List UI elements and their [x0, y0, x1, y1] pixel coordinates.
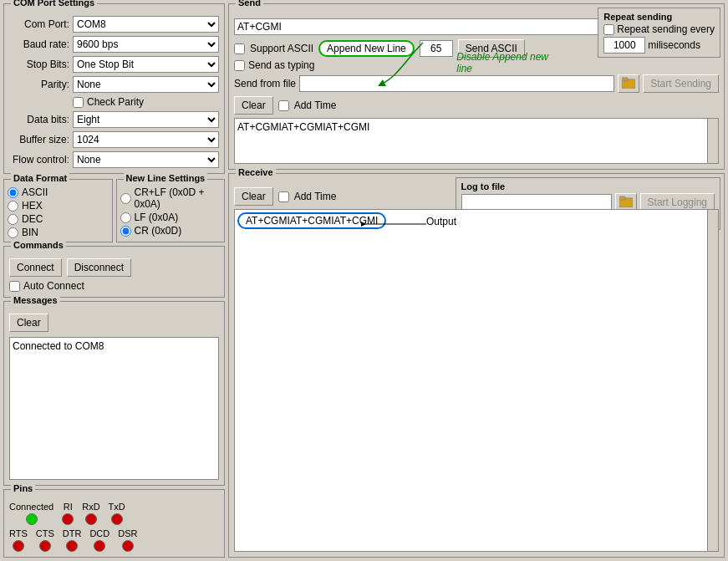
send-content: AT+CGMIAT+CGMIAT+CGMI — [237, 121, 369, 133]
receive-content: AT+CGMIAT+CGMIAT+CGMI — [237, 212, 386, 229]
pin-ri: RI — [62, 502, 74, 525]
send-content-area: AT+CGMIAT+CGMIAT+CGMI — [234, 118, 719, 164]
pin-dtr: DTR — [63, 528, 82, 552]
dcd-label: DCD — [89, 528, 109, 538]
messages-clear-button[interactable]: Clear — [9, 314, 48, 332]
ri-led — [62, 513, 74, 525]
messages-content: Connected to COM8 — [13, 340, 104, 352]
crlf-radio[interactable] — [120, 193, 131, 204]
txd-label: TxD — [109, 502, 125, 512]
send-title: Send — [236, 0, 263, 8]
messages-area: Connected to COM8 — [9, 337, 219, 480]
folder-icon-2 — [619, 196, 633, 207]
commands-group: Commands Connect Disconnect Auto Connect — [3, 246, 225, 298]
ascii-label: ASCII — [22, 186, 48, 198]
bin-radio[interactable] — [8, 227, 18, 238]
cts-led — [39, 540, 51, 552]
rxd-led — [85, 513, 97, 525]
hex-radio[interactable] — [8, 201, 18, 212]
send-scrollbar[interactable] — [707, 118, 719, 164]
rts-label: RTS — [9, 528, 28, 538]
baud-rate-select[interactable]: 9600 bps — [73, 36, 219, 53]
repeat-sending-group: Repeat sending Repeat sending every 1000… — [598, 8, 720, 58]
pin-txd: TxD — [109, 502, 125, 525]
parity-label: Parity: — [9, 79, 69, 90]
support-ascii-label: Support ASCII — [250, 43, 313, 54]
dtr-label: DTR — [63, 528, 82, 538]
dec-radio[interactable] — [8, 214, 18, 225]
send-add-time-label: Add Time — [294, 99, 337, 111]
start-sending-button[interactable]: Start Sending — [643, 74, 719, 93]
receive-group: Receive Log to file Start Logging Append… — [228, 173, 725, 558]
receive-title: Receive — [236, 167, 276, 177]
bin-label: BIN — [22, 227, 38, 238]
data-bits-label: Data bits: — [9, 114, 69, 125]
dtr-led — [66, 540, 78, 552]
send-clear-button[interactable]: Clear — [234, 96, 273, 115]
check-parity-label: Check Parity — [87, 96, 144, 108]
support-ascii-checkbox[interactable] — [234, 43, 245, 54]
send-add-time-checkbox[interactable] — [278, 100, 289, 111]
connect-button[interactable]: Connect — [9, 258, 62, 277]
com-port-label: Com Port: — [9, 18, 69, 30]
send-as-typing-checkbox[interactable] — [234, 60, 245, 71]
commands-title: Commands — [11, 240, 66, 250]
milliseconds-label: miliseconds — [648, 39, 700, 51]
ascii-radio[interactable] — [8, 187, 18, 198]
svg-rect-1 — [622, 78, 628, 81]
com-port-settings-group: COM Port Settings Com Port: COM8 Baud ra… — [3, 3, 225, 174]
append-new-line-button[interactable]: Append New Line — [318, 40, 415, 57]
send-group: Send Repeat sending Repeat sending every… — [228, 3, 725, 170]
receive-clear-button[interactable]: Clear — [234, 187, 273, 206]
pins-title: Pins — [11, 483, 35, 493]
check-parity-checkbox[interactable] — [73, 97, 84, 108]
auto-connect-label: Auto Connect — [23, 280, 84, 292]
output-label: Output — [426, 216, 456, 227]
repeat-interval-input[interactable]: 1000 — [603, 37, 645, 54]
annotation-arrow-svg — [423, 43, 490, 76]
newline-settings-title: New Line Settings — [124, 173, 208, 183]
pin-cts: CTS — [36, 528, 54, 552]
connected-led — [26, 513, 38, 525]
repeat-sending-title: Repeat sending — [603, 12, 715, 22]
cr-radio[interactable] — [120, 226, 131, 237]
pin-connected: Connected — [9, 502, 53, 525]
disconnect-button[interactable]: Disconnect — [67, 258, 131, 277]
lf-radio[interactable] — [120, 212, 131, 223]
connected-label: Connected — [9, 502, 53, 512]
rxd-label: RxD — [82, 502, 99, 512]
lf-label: LF (0x0A) — [135, 212, 179, 223]
browse-send-file-button[interactable] — [618, 74, 639, 93]
flow-control-select[interactable]: None — [73, 151, 219, 168]
buffer-size-label: Buffer size: — [9, 134, 69, 145]
messages-title: Messages — [11, 295, 60, 305]
buffer-size-select[interactable]: 1024 — [73, 131, 219, 148]
folder-icon — [622, 77, 635, 89]
stop-bits-label: Stop Bits: — [9, 59, 69, 70]
cts-label: CTS — [36, 528, 54, 538]
data-format-title: Data Format — [11, 173, 69, 183]
crlf-label: CR+LF (0x0D + 0x0A) — [135, 186, 221, 210]
dec-label: DEC — [22, 213, 43, 225]
txd-led — [111, 513, 123, 525]
hex-label: HEX — [22, 200, 43, 212]
com-port-select[interactable]: COM8 — [73, 16, 219, 33]
dsr-led — [122, 540, 134, 552]
cr-label: CR (0x0D) — [135, 225, 182, 237]
disable-append-annotation: Disable Append newline — [456, 51, 548, 74]
pin-rts: RTS — [9, 528, 28, 552]
pin-dsr: DSR — [118, 528, 137, 552]
stop-bits-select[interactable]: One Stop Bit — [73, 56, 219, 73]
receive-scrollbar[interactable] — [707, 209, 719, 552]
log-file-input[interactable] — [461, 194, 612, 211]
auto-connect-checkbox[interactable] — [9, 281, 20, 292]
data-bits-select[interactable]: Eight — [73, 111, 219, 128]
pin-rxd: RxD — [82, 502, 99, 525]
repeat-sending-checkbox[interactable] — [603, 24, 614, 35]
ri-label: RI — [64, 502, 73, 512]
parity-select[interactable]: None — [73, 76, 219, 93]
send-file-input[interactable] — [299, 75, 614, 92]
receive-add-time-checkbox[interactable] — [278, 191, 289, 202]
data-format-group: Data Format ASCII HEX DEC BIN — [3, 179, 113, 242]
messages-group: Messages Clear Connected to COM8 — [3, 301, 225, 486]
